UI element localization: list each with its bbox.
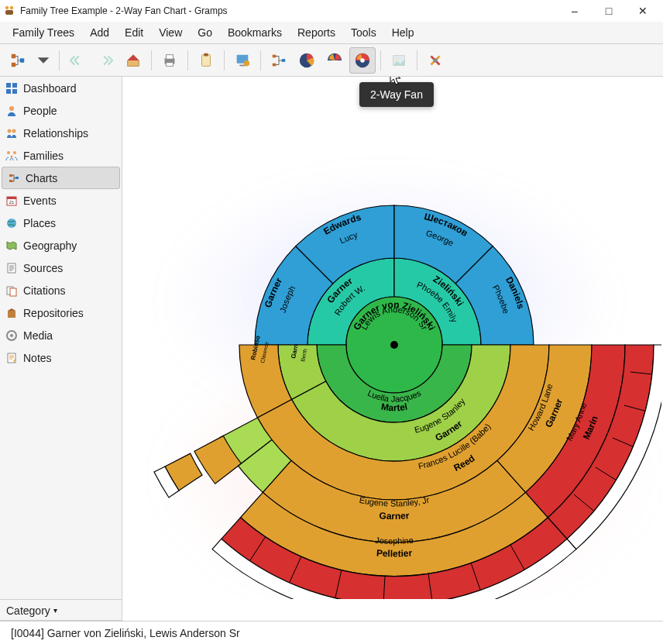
nav-back-button[interactable] [64,47,91,74]
svg-point-45 [10,334,13,337]
sidebar-item-label: Places [23,217,56,229]
two-way-fan-button[interactable] [349,47,376,74]
svg-rect-35 [15,177,19,179]
toolbar [0,44,663,77]
geography-icon [5,239,19,253]
fanchart-view-button[interactable] [294,47,320,74]
dashboard-icon [5,81,19,95]
sidebar-item-relationships[interactable]: Relationships [0,122,122,144]
menu-go[interactable]: Go [190,23,220,42]
category-label: Category [6,604,50,617]
sidebar: Dashboard People Relationships Families … [0,77,122,599]
menu-view[interactable]: View [151,23,190,42]
sidebar-item-label: Events [23,195,57,207]
menu-tools[interactable]: Tools [343,23,384,42]
sources-icon [5,261,19,275]
svg-rect-2 [5,10,13,15]
svg-point-31 [13,151,16,154]
status-bar: [I0044] Garner von Zieliński, Lewis Ande… [0,621,663,644]
separator [151,50,152,71]
svg-rect-10 [204,53,208,56]
window-title: Family Tree Example - 2-Way Fan Chart - … [20,5,558,16]
sidebar-item-label: Charts [26,172,57,184]
minimize-button[interactable]: – [558,0,592,22]
repositories-icon [5,306,19,320]
sidebar-item-charts[interactable]: Charts [2,167,120,189]
svg-rect-34 [9,180,12,182]
svg-point-1 [10,6,13,9]
sidebar-item-label: Notes [23,352,52,364]
svg-rect-33 [9,174,12,177]
svg-point-29 [12,129,16,133]
d3-ej-surname: Garner [379,510,410,522]
sidebar-item-dashboard[interactable]: Dashboard [0,77,122,99]
sidebar-item-geography[interactable]: Geography [0,234,122,257]
svg-point-27 [9,106,14,111]
status-text: [I0044] Garner von Zieliński, Lewis Ande… [11,627,240,639]
clipboard-button[interactable] [193,47,219,74]
gramplets-button[interactable] [422,47,448,74]
sidebar-item-label: People [23,105,57,117]
sidebar-item-citations[interactable]: Citations [0,279,122,301]
sidebar-item-families[interactable]: Families [0,144,122,167]
menu-edit[interactable]: Edit [117,23,151,42]
separator [260,50,261,71]
svg-rect-25 [6,89,11,94]
svg-point-48 [390,341,398,349]
close-button[interactable]: ✕ [626,0,660,22]
svg-rect-5 [20,58,25,63]
media-icon [5,329,19,343]
pedigree-view-button[interactable] [266,47,292,74]
menu-add[interactable]: Add [82,23,117,42]
menu-bar: Family Trees Add Edit View Go Bookmarks … [0,22,663,44]
sidebar-item-media[interactable]: Media [0,324,122,346]
svg-rect-14 [273,54,277,57]
sidebar-item-people[interactable]: People [0,99,122,122]
menu-bookmarks[interactable]: Bookmarks [220,23,290,42]
nav-forward-button[interactable] [92,47,119,74]
separator [417,50,417,71]
people-icon [5,104,19,118]
sidebar-item-notes[interactable]: Notes [0,346,122,369]
charts-icon [7,171,21,185]
svg-rect-42 [10,288,16,296]
svg-point-28 [8,129,12,133]
menu-help[interactable]: Help [384,23,422,42]
chart-canvas[interactable]: Garner von Zieliński Lewis Anderson Sr G… [122,77,663,599]
separator [59,50,60,71]
sidebar-item-label: Families [23,150,64,162]
svg-point-32 [11,155,13,157]
chevron-down-icon: ▾ [53,606,57,615]
svg-point-39 [7,219,16,228]
sidebar-item-label: Relationships [23,127,88,139]
sidebar-item-label: Media [23,329,53,342]
events-icon: 21 [5,194,19,208]
sidebar-item-sources[interactable]: Sources [0,257,122,279]
print-button[interactable] [156,47,183,74]
sidebar-item-events[interactable]: 21Events [0,189,122,212]
tree-dropdown-button[interactable] [33,47,54,74]
main-area: Dashboard People Relationships Families … [0,77,663,599]
tree-config-button[interactable] [5,47,31,74]
d3-pell-given: Josephine [375,536,414,546]
menu-family-trees[interactable]: Family Trees [5,23,82,42]
svg-point-22 [433,58,438,63]
descendant-fan-button[interactable] [321,47,348,74]
svg-point-13 [244,60,249,66]
config-button[interactable] [229,47,256,74]
app-icon [3,5,15,17]
sidebar-item-places[interactable]: Places [0,212,122,234]
svg-rect-40 [8,263,15,273]
svg-rect-3 [12,53,16,58]
image-button[interactable] [386,47,412,74]
maximize-button[interactable]: □ [592,0,626,22]
fan-chart[interactable]: Garner von Zieliński Lewis Anderson Sr G… [122,77,661,599]
home-button[interactable] [120,47,146,74]
menu-reports[interactable]: Reports [290,23,343,42]
places-icon [5,216,19,230]
sidebar-item-label: Citations [23,284,65,297]
sidebar-item-repositories[interactable]: Repositories [0,301,122,324]
category-selector[interactable]: Category ▾ [0,599,122,621]
svg-rect-37 [7,197,16,199]
toolbar-tooltip: 2-Way Fan [359,82,434,107]
